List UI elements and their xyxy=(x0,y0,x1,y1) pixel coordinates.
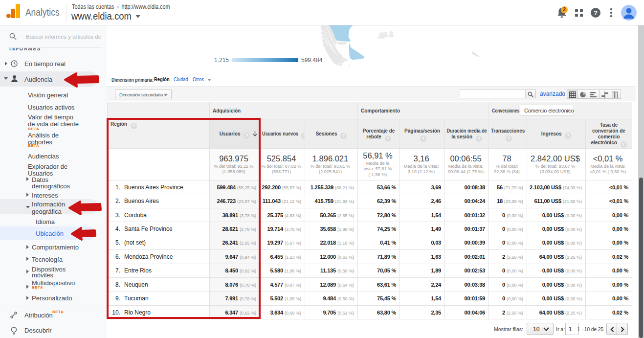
svg-text:?: ? xyxy=(594,9,598,17)
